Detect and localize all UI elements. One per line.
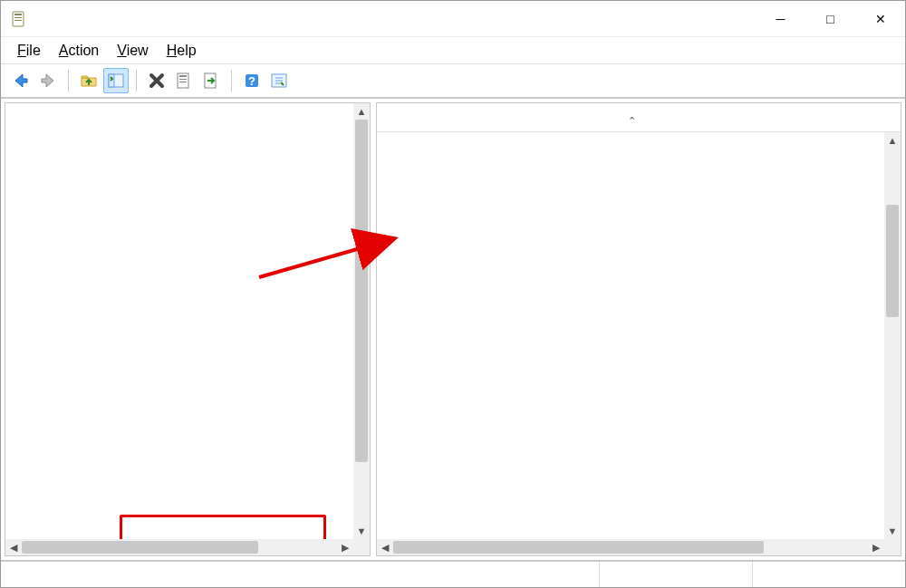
app-icon [10, 10, 28, 28]
menu-view[interactable]: View [110, 41, 155, 61]
policy-list[interactable] [377, 132, 901, 555]
toolbar: ? [1, 64, 905, 99]
toolbar-separator [136, 70, 137, 92]
svg-rect-2 [14, 14, 22, 15]
svg-rect-3 [14, 17, 22, 18]
scroll-left-button[interactable]: ◀ [377, 539, 393, 555]
scroll-down-button[interactable]: ▼ [353, 523, 370, 539]
toolbar-properties-button[interactable] [171, 68, 197, 93]
tree-horizontal-scrollbar[interactable]: ◀ ▶ [5, 539, 353, 555]
menubar: File Action View Help [1, 37, 905, 64]
scroll-down-button[interactable]: ▼ [884, 523, 901, 539]
toolbar-forward-button[interactable] [35, 68, 61, 93]
window-maximize-button[interactable]: □ [805, 1, 855, 36]
toolbar-separator [68, 70, 69, 92]
sort-indicator-icon: ⌃ [628, 115, 636, 127]
scroll-left-button[interactable]: ◀ [5, 539, 22, 555]
scroll-corner [884, 539, 901, 555]
list-header: ⌃ [377, 103, 901, 132]
toolbar-show-tree-button[interactable] [103, 68, 129, 93]
scroll-up-button[interactable]: ▲ [884, 132, 901, 149]
menu-file[interactable]: File [10, 41, 48, 61]
svg-rect-10 [179, 82, 187, 82]
toolbar-filter-button[interactable] [266, 68, 292, 93]
menu-help[interactable]: Help [159, 41, 204, 61]
status-cell [752, 562, 905, 587]
scroll-right-button[interactable]: ▶ [337, 539, 353, 555]
svg-rect-4 [14, 20, 22, 21]
scroll-corner [353, 539, 370, 555]
toolbar-export-button[interactable] [198, 68, 224, 93]
policy-tree[interactable] [5, 103, 370, 555]
titlebar: ─ □ ✕ [1, 1, 905, 37]
window-minimize-button[interactable]: ─ [756, 1, 805, 36]
window-close-button[interactable]: ✕ [855, 1, 905, 36]
toolbar-back-button[interactable] [8, 68, 34, 93]
toolbar-delete-button[interactable] [144, 68, 169, 93]
statusbar [1, 562, 905, 587]
tree-vertical-scrollbar[interactable]: ▲ ▼ [353, 103, 370, 539]
toolbar-separator [231, 70, 232, 92]
menu-action[interactable]: Action [52, 41, 106, 61]
scroll-right-button[interactable]: ▶ [868, 539, 884, 555]
status-cell [599, 562, 752, 587]
svg-rect-8 [179, 75, 187, 77]
toolbar-up-button[interactable] [76, 68, 101, 93]
policy-list-pane: ⌃ ▲ ▼ ◀ ▶ [376, 102, 901, 556]
list-horizontal-scrollbar[interactable]: ◀ ▶ [377, 539, 884, 555]
svg-rect-9 [179, 79, 187, 80]
svg-text:?: ? [248, 74, 255, 88]
scroll-up-button[interactable]: ▲ [353, 103, 370, 120]
list-vertical-scrollbar[interactable]: ▲ ▼ [884, 132, 901, 539]
toolbar-help-button[interactable]: ? [239, 68, 265, 93]
tree-pane: ▲ ▼ ◀ ▶ [5, 102, 371, 556]
